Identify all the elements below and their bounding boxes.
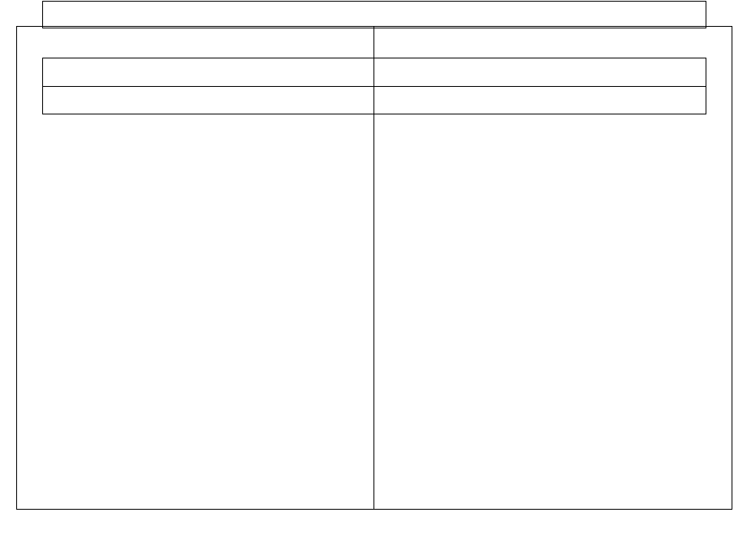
table-row-divider — [43, 86, 706, 87]
inner-table — [42, 58, 706, 114]
top-bar — [42, 1, 706, 28]
